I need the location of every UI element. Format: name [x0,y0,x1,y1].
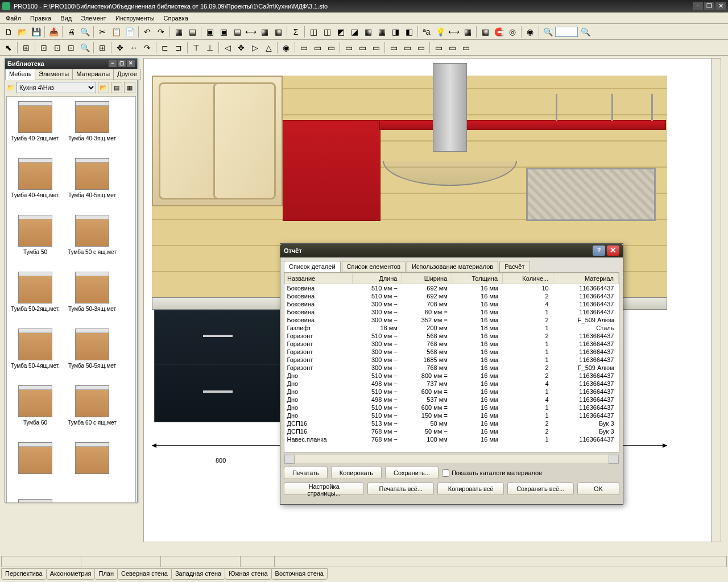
align-icon[interactable]: ◁ [221,41,234,54]
table-row[interactable]: Горизонт300 мм −768 мм16 мм2F_509 Алюм [285,364,619,372]
library-item[interactable] [7,494,64,503]
library-item[interactable]: Тумба 60 [7,381,64,438]
menu-Справка[interactable]: Справка [159,14,193,23]
view-tab[interactable]: Западная стена [171,568,225,580]
table-row[interactable]: ДСП16768 мм −50 мм −16 мм2Бук 3 [285,427,619,435]
dist-icon[interactable]: ▭ [325,41,337,54]
tool-icon[interactable]: ▤ [231,26,243,38]
column-header[interactable]: Материал [553,273,619,284]
page-setup-button[interactable]: Настройка страницы... [284,483,364,495]
table-row[interactable]: Горизонт510 мм −568 мм16 мм21163664437 [285,332,619,340]
table-row[interactable]: Боковина510 мм −692 мм16 мм101163664437 [285,284,619,293]
target-icon[interactable]: ◉ [524,26,536,38]
tool-icon[interactable]: ▣ [204,26,216,38]
path-select[interactable]: Кухня 4\Низ [16,82,96,93]
view-tab[interactable]: План [94,568,118,580]
tool-icon[interactable]: ⟷ [245,26,257,38]
view-icon[interactable]: ◫ [321,26,333,38]
view-icon[interactable]: ▦ [375,26,388,38]
align-icon[interactable]: △ [262,41,275,54]
tool-icon[interactable]: ▣ [217,26,230,38]
table-row[interactable]: Дно510 мм −150 мм =16 мм11163664437 [285,411,619,419]
tool-icon[interactable]: ▦ [172,26,185,38]
paste-icon[interactable]: 📄 [123,26,136,38]
view-icon[interactable]: ▦ [362,26,374,38]
library-item[interactable]: Тумба 50-4ящ.мет. [7,324,64,381]
library-item[interactable]: Тумба 40-3ящ.мет [64,97,121,153]
view-icon[interactable]: ◧ [403,26,415,38]
dist-icon[interactable]: ▭ [297,41,310,54]
report-header[interactable]: Отчёт ? ✕ [280,244,623,257]
print-all-button[interactable]: Печатать всё... [367,483,434,495]
snap-icon[interactable]: 🧲 [493,26,505,38]
lib-tab[interactable]: Материалы [72,69,114,80]
view-tab[interactable]: Восточная стена [271,568,328,580]
tool-icon[interactable]: ▦ [272,26,284,38]
light-icon[interactable]: 💡 [434,26,446,38]
lib-tab[interactable]: Другое [113,69,141,80]
close-button[interactable]: ✕ [715,2,726,10]
target-icon[interactable]: ◉ [280,41,292,54]
dim-icon[interactable]: ⟷ [448,26,460,38]
ok-button[interactable]: OK [577,483,619,495]
report-tab[interactable]: Использование материалов [407,261,498,272]
dist-icon[interactable]: ▭ [387,41,400,54]
column-header[interactable]: Длина [352,273,402,284]
tool-icon[interactable]: ⊡ [65,41,77,54]
column-header[interactable]: Количе... [503,273,553,284]
library-item[interactable]: Тумба 60 с ящ.мет [64,381,121,438]
print-button[interactable]: Печатать [284,467,328,479]
report-tab[interactable]: Список елементов [342,261,406,272]
maximize-button[interactable]: ❐ [704,2,714,10]
dist-icon[interactable]: ▭ [370,41,382,54]
save-all-button[interactable]: Сохранить всё... [507,483,574,495]
library-header[interactable]: Библиотека − ▢ ✕ [5,59,137,69]
library-item[interactable]: Тумба 50-2ящ.мет. [7,267,64,324]
close-icon[interactable]: ✕ [127,60,135,67]
dist-icon[interactable]: ▭ [415,41,427,54]
red-cabinet[interactable] [283,120,380,221]
table-row[interactable]: Боковина300 мм −352 мм =16 мм2F_509 Алюм [285,316,619,324]
menu-Вид[interactable]: Вид [56,14,76,23]
zoom-in-icon[interactable]: 🔍 [541,26,554,38]
tool-icon[interactable]: ⊡ [51,41,64,54]
align-icon[interactable]: ⊥ [204,41,216,54]
save-icon[interactable]: 💾 [30,26,42,38]
lib-tab[interactable]: Мебель [5,69,35,80]
copy-button[interactable]: Копировать [331,467,382,479]
align-icon[interactable]: ⊐ [172,41,185,54]
cut-icon[interactable]: ✂ [96,26,109,38]
list-icon[interactable]: ▤ [111,82,122,93]
view-tab[interactable]: Перспектива [1,568,47,580]
dist-icon[interactable]: ▭ [401,41,413,54]
table-row[interactable]: Горизонт300 мм −568 мм16 мм11163664437 [285,348,619,356]
close-icon[interactable]: ✕ [607,246,619,256]
library-item[interactable]: Тумба 40-4ящ.мет. [7,153,64,210]
align-icon[interactable]: ⊤ [190,41,202,54]
view-icon[interactable]: ◪ [348,26,361,38]
tool-icon[interactable]: ◎ [506,26,519,38]
upper-cabinet[interactable] [152,76,283,206]
table-row[interactable]: Боковина300 мм −708 мм16 мм41163664437 [285,300,619,308]
report-tab[interactable]: Расчёт [499,261,530,272]
view-tab[interactable]: Аксонометрия [46,568,96,580]
sigma-icon[interactable]: Σ [289,26,302,38]
table-row[interactable]: Дно510 мм −800 мм =16 мм21163664437 [285,372,619,380]
library-item[interactable] [7,438,64,494]
tool-icon[interactable]: 🔍 [78,41,91,54]
tool-icon[interactable]: ✥ [114,41,126,54]
dock-icon[interactable]: ▢ [118,60,126,67]
dist-icon[interactable]: ▭ [460,41,472,54]
table-row[interactable]: ДСП16513 мм −50 мм16 мм2Бук 3 [285,419,619,427]
dist-icon[interactable]: ▭ [356,41,369,54]
help-icon[interactable]: ? [593,246,605,256]
new-icon[interactable]: 🗋 [2,26,15,38]
table-row[interactable]: Дно498 мм −737 мм16 мм41163664437 [285,380,619,388]
select-icon[interactable]: ⬉ [2,41,15,54]
tool-icon[interactable]: ↔ [127,41,140,54]
align-icon[interactable]: ▷ [249,41,261,54]
range-hood[interactable] [433,63,467,152]
library-item[interactable]: Тумба 50-3ящ.мет [64,267,121,324]
library-item[interactable]: Тумба 40-2ящ.мет. [7,97,64,153]
red-shelf[interactable] [379,120,666,130]
